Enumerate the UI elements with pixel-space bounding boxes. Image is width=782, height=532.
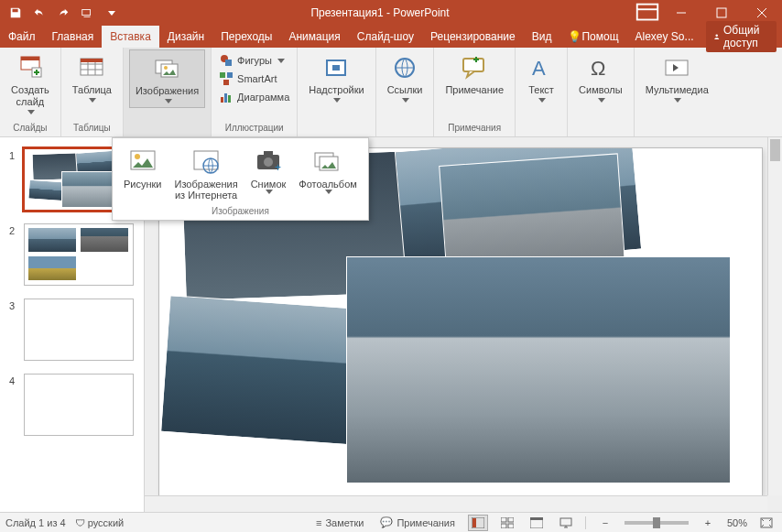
chart-button[interactable]: Диаграмма	[219, 90, 289, 104]
user-account[interactable]: Alexey So...	[627, 30, 702, 43]
svg-rect-45	[560, 518, 571, 526]
shapes-button[interactable]: Фигуры	[219, 53, 289, 68]
svg-rect-38	[472, 518, 476, 527]
svg-rect-14	[220, 72, 225, 78]
svg-rect-15	[227, 72, 233, 78]
comment-icon	[460, 53, 489, 82]
new-slide-button[interactable]: Создать слайд	[5, 49, 55, 118]
tab-file[interactable]: Файл	[0, 26, 44, 48]
new-slide-icon	[16, 53, 45, 82]
svg-rect-42	[508, 524, 514, 528]
pictures-from-file-button[interactable]: Рисунки	[120, 144, 166, 202]
text-icon: A	[527, 53, 556, 82]
group-slides: Создать слайд Слайды	[0, 48, 61, 136]
svg-point-11	[164, 66, 168, 70]
group-illustrations: Фигуры SmartArt Диаграмма Иллюстрации	[212, 48, 298, 136]
svg-point-3	[715, 35, 717, 37]
media-button[interactable]: Мультимедиа	[640, 49, 714, 106]
tab-transitions[interactable]: Переходы	[212, 26, 280, 48]
quick-access-toolbar	[0, 3, 126, 23]
svg-point-32	[264, 157, 273, 167]
zoom-slider[interactable]	[625, 521, 689, 525]
redo-icon[interactable]	[53, 3, 73, 23]
symbols-icon: Ω	[586, 53, 615, 82]
images-button[interactable]: Изображения	[129, 49, 205, 108]
photo-album-button[interactable]: Фотоальбом	[295, 144, 361, 202]
shapes-icon	[219, 53, 234, 68]
start-from-beginning-icon[interactable]	[77, 3, 97, 23]
zoom-out-button[interactable]: −	[595, 515, 615, 531]
screenshot-icon: +	[253, 146, 284, 177]
links-button[interactable]: Ссылки	[382, 49, 429, 106]
svg-rect-0	[82, 10, 91, 16]
tab-review[interactable]: Рецензирование	[422, 26, 524, 48]
save-icon[interactable]	[5, 3, 26, 23]
svg-rect-8	[81, 59, 103, 62]
svg-rect-16	[223, 80, 229, 85]
horizontal-scrollbar[interactable]	[145, 495, 767, 512]
table-button[interactable]: Таблица	[67, 49, 117, 106]
comment-button[interactable]: Примечание	[440, 49, 509, 100]
tab-animation[interactable]: Анимация	[280, 26, 348, 48]
media-icon	[662, 53, 691, 82]
smartart-icon	[219, 71, 234, 86]
thumb-number: 3	[9, 299, 18, 311]
thumb-number: 4	[9, 374, 18, 386]
tab-insert[interactable]: Вставка	[102, 26, 159, 48]
fit-to-window-button[interactable]	[756, 515, 777, 531]
notes-button[interactable]: ≡ Заметки	[312, 517, 368, 528]
zoom-in-button[interactable]: +	[698, 515, 718, 531]
slideshow-view-icon[interactable]	[556, 515, 576, 531]
thumb-number: 1	[9, 148, 18, 161]
tab-home[interactable]: Главная	[44, 26, 103, 48]
svg-rect-17	[221, 97, 223, 103]
title-bar: Презентация1 - PowerPoint	[0, 0, 782, 26]
qat-customize-icon[interactable]	[101, 3, 121, 23]
addins-icon	[321, 53, 351, 82]
ribbon: Создать слайд Слайды Таблица Таблицы Изо…	[0, 48, 782, 137]
svg-rect-13	[225, 60, 232, 66]
online-pictures-button[interactable]: Изображения из Интернета	[171, 144, 242, 202]
svg-rect-19	[228, 95, 231, 103]
group-tables: Таблица Таблицы	[61, 48, 124, 136]
thumb-number: 2	[9, 223, 18, 236]
chart-icon	[219, 90, 234, 104]
comments-button[interactable]: 💬 Примечания	[376, 516, 459, 528]
slide-thumbnail-3[interactable]	[24, 299, 134, 361]
tab-design[interactable]: Дизайн	[159, 26, 212, 48]
group-links: Ссылки	[376, 48, 435, 136]
tab-slideshow[interactable]: Слайд-шоу	[349, 26, 422, 48]
slide-sorter-view-icon[interactable]	[497, 515, 517, 531]
slide-counter[interactable]: Слайд 1 из 4	[5, 517, 66, 528]
online-pictures-icon	[190, 146, 222, 177]
slide-thumbnail-2[interactable]	[24, 223, 134, 286]
dropdown-group-label: Изображения	[120, 202, 361, 218]
undo-icon[interactable]	[29, 3, 49, 23]
group-symbols: Ω Символы	[568, 48, 635, 136]
slide-thumbnail-4[interactable]	[24, 374, 134, 436]
svg-rect-1	[637, 5, 658, 20]
vertical-scrollbar[interactable]	[767, 137, 782, 495]
zoom-level[interactable]: 50%	[727, 517, 747, 528]
ribbon-tabs: Файл Главная Вставка Дизайн Переходы Ани…	[0, 26, 782, 48]
smartart-button[interactable]: SmartArt	[219, 71, 289, 86]
minimize-button[interactable]	[661, 0, 701, 26]
language-indicator[interactable]: 🛡 русский	[75, 517, 125, 528]
svg-rect-33	[264, 151, 273, 156]
screenshot-button[interactable]: + Снимок	[247, 144, 290, 202]
svg-rect-39	[501, 517, 506, 522]
symbols-button[interactable]: Ω Символы	[573, 49, 628, 106]
table-icon	[77, 53, 106, 82]
reading-view-icon[interactable]	[527, 515, 547, 531]
tab-view[interactable]: Вид	[524, 26, 560, 48]
ribbon-display-icon[interactable]	[634, 0, 661, 27]
tab-help[interactable]: 💡 Помощ	[559, 26, 626, 48]
svg-rect-5	[21, 57, 39, 60]
group-addins: Надстройки	[298, 48, 375, 136]
text-button[interactable]: A Текст	[521, 49, 561, 106]
svg-rect-18	[224, 93, 227, 103]
svg-rect-2	[717, 8, 726, 17]
normal-view-icon[interactable]	[468, 515, 488, 531]
addins-button[interactable]: Надстройки	[303, 49, 369, 106]
picture-icon	[127, 146, 158, 177]
